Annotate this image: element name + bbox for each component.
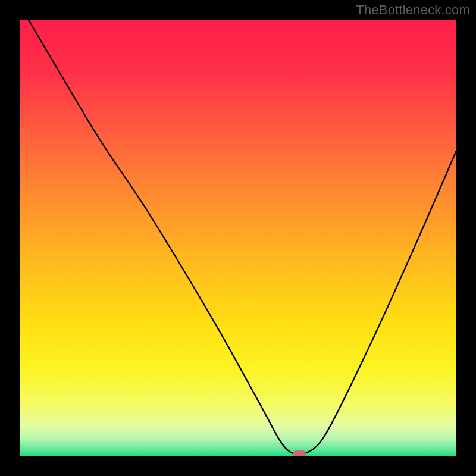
watermark-text: TheBottleneck.com xyxy=(356,2,470,18)
chart-container: TheBottleneck.com xyxy=(0,0,476,476)
plot-area xyxy=(20,20,456,456)
optimal-marker xyxy=(293,450,306,456)
bottleneck-curve xyxy=(20,20,456,456)
